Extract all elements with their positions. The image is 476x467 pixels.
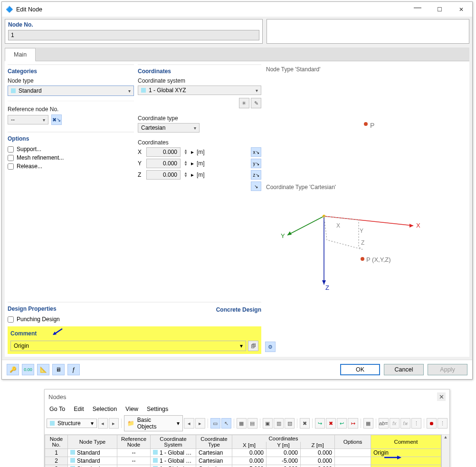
svg-text:Y: Y [360, 228, 363, 234]
pick-tool-button[interactable]: ↖ [221, 418, 231, 429]
preview-coordtype-canvas: X Y Z P (X,Y,Z) X [266, 192, 466, 297]
del2-red-button[interactable]: ↦ [348, 418, 358, 429]
help-button[interactable]: 🔑 [7, 364, 19, 375]
stepper-icon[interactable]: ▲▼ [183, 149, 188, 155]
table-row[interactable]: 1Standard--1 - Global XYZCartesian0.0000… [45, 449, 441, 457]
stepper-icon[interactable]: ▲▼ [183, 161, 188, 166]
tool-b[interactable]: ▤ [248, 418, 257, 429]
units-button[interactable]: 0.00 [22, 364, 34, 375]
preview-nodetype-canvas: P [266, 75, 466, 176]
col-comment[interactable]: Comment [371, 435, 441, 449]
comment-edit-button[interactable]: 🗐 [248, 341, 258, 351]
node-no-input[interactable]: 1 [8, 30, 259, 40]
titlebar: 🔷 Edit Node — ☐ ✕ [2, 2, 472, 17]
export-button[interactable]: ↪ [315, 418, 325, 429]
svg-text:Y: Y [281, 232, 285, 239]
menu-settings[interactable]: Settings [147, 406, 168, 412]
col-options[interactable]: Options [335, 435, 371, 449]
new-cs-button[interactable]: ✳ [239, 98, 249, 108]
tool-a[interactable]: ▦ [237, 418, 247, 429]
ref-node-select[interactable]: --▾ [8, 115, 48, 124]
tool-e[interactable]: ▧ [285, 418, 295, 429]
chevron-down-icon: ▾ [194, 125, 196, 131]
import-button[interactable]: ↩ [337, 418, 347, 429]
mesh-refinement-checkbox[interactable]: Mesh refinement... [8, 153, 134, 162]
tool-end2[interactable]: ⋮ [438, 418, 447, 429]
table-close-button[interactable]: ✕ [437, 392, 446, 401]
del-red-button[interactable]: ✖ [326, 418, 336, 429]
edit-cs-button[interactable]: ✎ [251, 98, 261, 108]
menu-selection[interactable]: Selection [93, 406, 117, 412]
tool-end1[interactable]: ⋮ [411, 418, 421, 429]
table-menubar: Go To Edit Selection View Settings [45, 404, 449, 414]
ref-node-label: Reference node No. [8, 106, 134, 113]
col-node-type[interactable]: Node Type [68, 435, 117, 449]
coord-x-input[interactable]: 0.000 [146, 147, 181, 157]
support-checkbox[interactable]: Support... [8, 145, 134, 153]
nav-prev-button[interactable]: ◂ [98, 418, 108, 429]
node-type-select[interactable]: Standard ▾ [8, 86, 134, 96]
vertical-scrollbar[interactable]: ▲▼ [441, 435, 449, 467]
nodes-table-window: Nodes ✕ Go To Edit Selection View Settin… [44, 389, 450, 467]
col-y[interactable]: Y [m] [267, 442, 301, 449]
nav-next-button[interactable]: ▸ [109, 418, 119, 429]
pick-x-button[interactable]: x↘ [251, 147, 261, 157]
col-coord-sys[interactable]: CoordinateSystem [151, 435, 196, 449]
fx-del-button[interactable]: fx̶ [400, 418, 410, 429]
coord-system-select[interactable]: 1 - Global XYZ ▾ [138, 86, 261, 95]
record-button[interactable]: ⏺ [427, 418, 437, 429]
col-node-no[interactable]: NodeNo. [45, 435, 68, 449]
tool-grid[interactable]: ▦ [363, 418, 373, 429]
script-button[interactable]: ƒ [67, 364, 80, 375]
col-ref-node[interactable]: ReferenceNode [117, 435, 151, 449]
chevron-right-icon[interactable]: ▸ [191, 149, 194, 155]
chevron-down-icon: ▾ [91, 420, 94, 427]
point-label: P [370, 122, 374, 129]
rename-button[interactable]: ab= [379, 418, 389, 429]
pick-y-button[interactable]: y↘ [251, 159, 261, 168]
pick-z-button[interactable]: z↘ [251, 170, 261, 180]
menu-goto[interactable]: Go To [49, 406, 65, 412]
nav-prev2-button[interactable]: ◂ [184, 418, 194, 429]
cancel-button[interactable]: Cancel [384, 364, 424, 375]
app-icon: 🔷 [6, 6, 13, 13]
ok-button[interactable]: OK [340, 364, 380, 375]
nodes-grid[interactable]: NodeNo. Node Type ReferenceNode Coordina… [45, 435, 441, 467]
settings-preview-button[interactable]: ⚙ [265, 342, 276, 352]
minimize-button[interactable]: — [407, 2, 428, 17]
svg-text:Z: Z [361, 239, 364, 246]
col-z[interactable]: Z [m] [301, 442, 335, 449]
select-tool-button[interactable]: ▭ [210, 418, 220, 429]
table-row[interactable]: 3Standard--1 - Global XYZCartesian5.0000… [45, 465, 441, 467]
release-checkbox[interactable]: Release... [8, 162, 134, 171]
menu-view[interactable]: View [125, 406, 138, 412]
col-coord-type[interactable]: CoordinateType [196, 435, 232, 449]
basic-objects-select[interactable]: 📁Basic Objects▾ [124, 415, 183, 431]
coord-type-select[interactable]: Cartesian▾ [138, 123, 200, 133]
chevron-right-icon[interactable]: ▸ [191, 160, 194, 167]
pick-xyz-button[interactable]: ↘ [251, 181, 261, 191]
punching-design-checkbox[interactable]: Punching Design [8, 315, 261, 324]
chevron-right-icon[interactable]: ▸ [191, 172, 194, 178]
tool-d[interactable]: ▥ [274, 418, 284, 429]
pick-ref-node-button[interactable]: ✖↘ [51, 114, 62, 125]
stepper-icon[interactable]: ▲▼ [183, 172, 188, 178]
col-coords-group[interactable]: Coordinates [232, 435, 335, 442]
structure-filter-select[interactable]: Structure▾ [47, 419, 97, 428]
menu-edit[interactable]: Edit [74, 406, 84, 412]
view-button[interactable]: 🖥 [52, 364, 65, 375]
nav-next2-button[interactable]: ▸ [195, 418, 205, 429]
apply-button[interactable]: Apply [428, 364, 467, 375]
coord-y-input[interactable]: 0.000 [146, 159, 181, 168]
fx-button[interactable]: fx [390, 418, 400, 429]
maximize-button[interactable]: ☐ [428, 2, 450, 17]
delete-button[interactable]: ✖ [300, 418, 310, 429]
coord-z-input[interactable]: 0.000 [146, 170, 181, 180]
tab-main[interactable]: Main [5, 48, 36, 61]
comment-combo[interactable]: Origin▾ [10, 341, 246, 351]
table-row[interactable]: 2Standard--1 - Global XYZCartesian0.000-… [45, 457, 441, 465]
tool-c[interactable]: ▣ [263, 418, 273, 429]
close-button[interactable]: ✕ [450, 2, 472, 17]
col-x[interactable]: X [m] [232, 442, 267, 449]
calc-button[interactable]: 📐 [37, 364, 49, 375]
